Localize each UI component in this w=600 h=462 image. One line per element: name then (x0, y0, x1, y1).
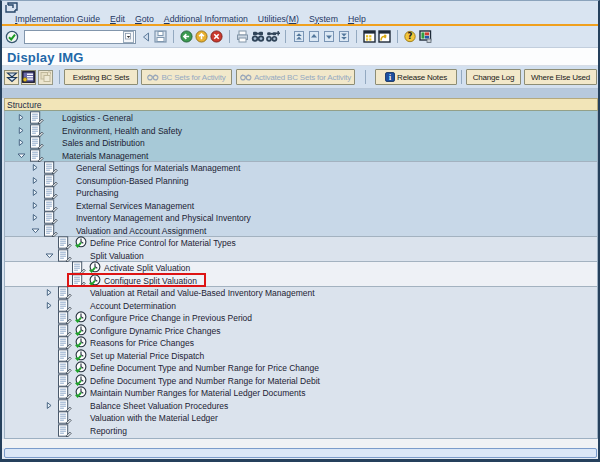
document-icon[interactable] (29, 136, 44, 149)
tree-node-label[interactable]: Valuation and Account Assignment (76, 226, 206, 236)
document-icon[interactable] (57, 286, 72, 299)
collapse-node-icon[interactable] (31, 226, 40, 235)
document-icon[interactable] (43, 199, 58, 212)
expand-node-icon[interactable] (31, 201, 40, 210)
save-icon[interactable] (153, 30, 168, 44)
expand-node-icon[interactable] (31, 163, 40, 172)
help-icon[interactable]: ? (403, 30, 418, 44)
tree-node-label[interactable]: Account Determination (90, 301, 176, 311)
where-else-used-button[interactable]: Where Else Used (524, 69, 597, 85)
system-menu-icon[interactable] (5, 2, 19, 13)
document-icon[interactable] (29, 149, 44, 162)
document-icon[interactable] (57, 399, 72, 412)
collapse-node-icon[interactable] (45, 251, 54, 260)
img-activity-icon[interactable] (74, 349, 89, 362)
next-page-icon[interactable] (321, 30, 336, 44)
img-information-button[interactable] (21, 70, 36, 85)
img-activity-icon[interactable] (74, 374, 89, 387)
change-log-button[interactable]: Change Log (466, 69, 521, 85)
img-activity-icon[interactable] (74, 236, 89, 249)
document-icon[interactable] (57, 349, 72, 362)
existing-bc-sets-button[interactable]: Existing BC Sets (64, 69, 138, 85)
status-message-field[interactable] (4, 448, 597, 458)
document-icon[interactable] (43, 161, 58, 174)
activated-bc-sets-for-activity-button[interactable]: Activated BC Sets for Activity (236, 69, 355, 85)
menu-help[interactable]: Help (348, 14, 366, 24)
tree-node-label[interactable]: Maintain Number Ranges for Material Ledg… (90, 388, 305, 398)
tree-node-label[interactable]: Sales and Distribution (62, 138, 145, 148)
tree-node-label[interactable]: Environment, Health and Safety (62, 126, 182, 136)
first-page-icon[interactable] (291, 30, 306, 44)
tree-node-label[interactable]: Define Document Type and Number Range fo… (90, 376, 320, 386)
collapse-node-icon[interactable] (17, 151, 26, 160)
customize-layout-icon[interactable] (418, 30, 433, 44)
tree-node-label[interactable]: Inventory Management and Physical Invent… (76, 213, 251, 223)
img-activity-icon[interactable] (74, 336, 89, 349)
menu-goto[interactable]: Goto (135, 14, 154, 24)
tree-node-label[interactable]: Balance Sheet Valuation Procedures (90, 401, 228, 411)
img-activity-icon[interactable] (74, 386, 89, 399)
expand-node-icon[interactable] (31, 176, 40, 185)
menu-implementation-guide[interactable]: Implementation Guide (15, 14, 100, 24)
command-history-dropdown-icon[interactable] (123, 31, 134, 43)
tree-node-label[interactable]: Define Price Control for Material Types (90, 238, 236, 248)
expand-node-icon[interactable] (17, 138, 26, 147)
expand-node-icon[interactable] (31, 188, 40, 197)
position-button[interactable] (4, 70, 19, 85)
menu-additional-information[interactable]: Additional Information (164, 14, 248, 24)
release-notes-button[interactable]: iRelease Notes (375, 69, 457, 85)
tree-node-label[interactable]: Set up Material Price Dispatch (90, 351, 204, 361)
find-next-icon[interactable] (265, 30, 280, 44)
tree-node-label[interactable]: Reporting (90, 426, 127, 436)
tree-node-label[interactable]: Configure Dynamic Price Changes (90, 326, 220, 336)
tree-node-label[interactable]: Activate Split Valuation (104, 263, 190, 273)
tree-node-label[interactable]: Define Document Type and Number Range fo… (90, 363, 319, 373)
document-icon[interactable] (29, 111, 44, 124)
document-icon[interactable] (57, 411, 72, 424)
expand-node-icon[interactable] (45, 301, 54, 310)
menu-system[interactable]: System (309, 14, 338, 24)
collapse-field-icon[interactable] (138, 30, 153, 44)
document-icon[interactable] (57, 249, 72, 262)
create-shortcut-icon[interactable] (377, 30, 392, 44)
back-icon[interactable] (179, 30, 194, 44)
document-icon[interactable] (57, 311, 72, 324)
expand-node-icon[interactable] (17, 113, 26, 122)
enter-icon[interactable] (4, 30, 19, 44)
tree-node-label[interactable]: Split Valuation (90, 251, 144, 261)
cancel-icon[interactable] (209, 30, 224, 44)
document-icon[interactable] (43, 211, 58, 224)
img-activity-icon[interactable] (74, 361, 89, 374)
tree-node-label[interactable]: General Settings for Materials Managemen… (76, 163, 240, 173)
expand-node-icon[interactable] (45, 288, 54, 297)
document-icon[interactable] (57, 361, 72, 374)
img-activity-icon[interactable] (74, 311, 89, 324)
command-input[interactable] (25, 32, 123, 42)
document-icon[interactable] (29, 124, 44, 137)
tree-node-label[interactable]: Reasons for Price Changes (90, 338, 194, 348)
menu-edit[interactable]: Edit (110, 14, 125, 24)
document-icon[interactable] (57, 424, 72, 437)
expand-node-icon[interactable] (31, 213, 40, 222)
bc-sets-for-activity-button[interactable]: BC Sets for Activity (141, 69, 232, 85)
tree-node-label[interactable]: External Services Management (76, 201, 194, 211)
tree-node-label[interactable]: Materials Management (62, 151, 148, 161)
exit-icon[interactable] (194, 30, 209, 44)
previous-page-icon[interactable] (306, 30, 321, 44)
document-icon[interactable] (43, 186, 58, 199)
new-session-icon[interactable] (362, 30, 377, 44)
document-icon[interactable] (57, 336, 72, 349)
document-icon[interactable] (43, 224, 58, 237)
document-icon[interactable] (57, 324, 72, 337)
find-icon[interactable] (250, 30, 265, 44)
tree-node-label[interactable]: Purchasing (76, 188, 119, 198)
expand-node-icon[interactable] (17, 126, 26, 135)
tree-node-label[interactable]: Valuation with the Material Ledger (90, 413, 218, 423)
expand-node-icon[interactable] (45, 401, 54, 410)
document-icon[interactable] (57, 299, 72, 312)
document-icon[interactable] (57, 236, 72, 249)
tree-node-label[interactable]: Configure Price Change in Previous Perio… (90, 313, 252, 323)
last-page-icon[interactable] (336, 30, 351, 44)
img-activity-icon[interactable] (74, 324, 89, 337)
document-icon[interactable] (57, 374, 72, 387)
